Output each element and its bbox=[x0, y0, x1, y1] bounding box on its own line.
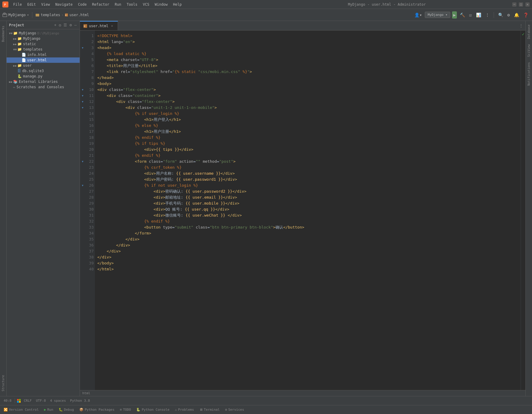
line-num-8: 8 bbox=[85, 75, 94, 81]
line-num-2: 2 bbox=[85, 39, 94, 45]
tree-item-manage-py[interactable]: 🐍 manage.py bbox=[7, 74, 80, 79]
bottom-tool-python-console[interactable]: 🐍 Python Console bbox=[134, 407, 172, 413]
profile-run-button[interactable]: 📊 bbox=[475, 11, 482, 19]
sidebar-expand-button[interactable]: ☰ bbox=[63, 22, 68, 28]
more-actions-button[interactable]: ⋮ bbox=[484, 11, 491, 19]
status-line-sep[interactable]: CRLF bbox=[23, 398, 33, 403]
bottom-tool-debug[interactable]: 🐛 Debug bbox=[56, 407, 76, 413]
bottom-tool-python-packages[interactable]: 📦 Python Packages bbox=[77, 407, 117, 413]
tree-item-ext-libs[interactable]: ▶ 📚 External Libraries bbox=[7, 79, 80, 84]
menu-code[interactable]: Code bbox=[76, 2, 89, 7]
gutter-fold-15 bbox=[81, 117, 85, 123]
py-file-icon-manage: 🐍 bbox=[17, 74, 22, 78]
tree-item-scratches[interactable]: ✏ Scratches and Consoles bbox=[7, 84, 80, 90]
line-num-7: 7 bbox=[85, 69, 94, 75]
tree-item-static[interactable]: ▶ 📁 static bbox=[7, 41, 80, 47]
tree-item-db-sqlite[interactable]: 🗄 db.sqlite3 bbox=[7, 68, 80, 74]
tree-label-mydjango-inner: MyDjango bbox=[23, 36, 40, 41]
file-tree: ▼ 📁 MyDjango D:\MyDjango ▶ 📁 MyDjango ▶ … bbox=[7, 29, 80, 396]
tree-item-info-html[interactable]: 📄 info.html bbox=[7, 52, 80, 57]
menu-vcs[interactable]: VCS bbox=[140, 2, 152, 7]
menu-run[interactable]: Run bbox=[112, 2, 124, 7]
menu-navigate[interactable]: Navigate bbox=[53, 2, 75, 7]
sciview-panel-button[interactable]: SciView bbox=[527, 42, 531, 59]
sidebar-minimize-button[interactable]: — bbox=[74, 22, 77, 28]
breadcrumb-userhtml[interactable]: user.html bbox=[69, 13, 89, 17]
toolbar-sep2 bbox=[494, 12, 494, 18]
gutter-fold-7 bbox=[81, 69, 85, 75]
breadcrumb-separator: › bbox=[61, 13, 63, 17]
status-cursor-pos[interactable]: 40:8 bbox=[2, 398, 13, 403]
notifications-button[interactable]: 🔔 bbox=[513, 11, 520, 19]
coverage-button[interactable]: ☑ bbox=[468, 11, 473, 19]
settings-button[interactable]: ⚙ bbox=[506, 11, 511, 19]
gutter-fold-37 bbox=[81, 248, 85, 254]
line-num-29: 29 bbox=[85, 200, 94, 206]
tab-close-user-html[interactable]: ✕ bbox=[110, 24, 114, 28]
tree-item-user-html[interactable]: 📄 user.html bbox=[7, 57, 80, 63]
tab-more-button[interactable]: ⋮ bbox=[517, 21, 525, 30]
line-num-27: 27 bbox=[85, 188, 94, 194]
python-packages-icon: 📦 bbox=[79, 408, 84, 412]
sidebar-locate-button[interactable]: ◎ bbox=[58, 22, 62, 28]
status-language[interactable]: Python 3.8 bbox=[69, 398, 91, 403]
tree-item-mydjango-inner[interactable]: ▶ 📁 MyDjango bbox=[7, 36, 80, 41]
menu-edit[interactable]: Edit bbox=[25, 2, 38, 7]
code-area[interactable]: <!DOCTYPE html> <html lang="en"> <head> … bbox=[95, 31, 521, 390]
project-dropdown-icon[interactable]: ▾ bbox=[27, 13, 29, 17]
bookmarks-panel-button[interactable]: Bookmarks bbox=[1, 23, 5, 44]
bottom-tool-services[interactable]: ⚙ Services bbox=[223, 407, 247, 413]
gutter-fold-11[interactable]: ▼ bbox=[81, 93, 85, 99]
status-encoding[interactable]: UTF-8 bbox=[35, 398, 47, 403]
menu-window[interactable]: Window bbox=[152, 2, 170, 7]
tree-item-templates[interactable]: ▼ 📁 templates bbox=[7, 47, 80, 52]
line-num-11: 11 bbox=[85, 93, 94, 99]
tree-arrow-user: ▶ bbox=[13, 64, 17, 67]
status-bar: 40:8 CRLF UTF-8 4 spaces Python 3.8 bbox=[0, 396, 532, 405]
maximize-button[interactable]: □ bbox=[519, 2, 523, 7]
line-num-17: 17 bbox=[85, 129, 94, 135]
project-selector-button[interactable]: MyDjango ▾ bbox=[425, 12, 450, 18]
menu-view[interactable]: View bbox=[39, 2, 52, 7]
code-line-24: <div>用户名称: {{ user.username }}</div> bbox=[97, 171, 521, 176]
build-button[interactable]: 🔨 bbox=[459, 11, 466, 19]
search-everywhere-button[interactable]: 🔍 bbox=[497, 11, 504, 19]
menu-tools[interactable]: Tools bbox=[124, 2, 140, 7]
database-panel-button[interactable]: Database bbox=[527, 22, 531, 41]
gutter-fold-22[interactable]: ▼ bbox=[81, 159, 85, 165]
bottom-tool-run[interactable]: ▶ Run bbox=[42, 407, 56, 413]
run-button[interactable]: ▶ bbox=[452, 11, 457, 19]
gutter-fold-12[interactable]: ▼ bbox=[81, 99, 85, 105]
breadcrumb-templates[interactable]: templates bbox=[41, 13, 60, 17]
bottom-tool-todo[interactable]: ≡ TODO bbox=[117, 407, 133, 413]
gutter-fold-13[interactable]: ▼ bbox=[81, 105, 85, 111]
tree-item-user-folder[interactable]: ▶ 📁 user bbox=[7, 63, 80, 68]
gutter-fold-10[interactable]: ▼ bbox=[81, 87, 85, 93]
tree-item-mydjango-root[interactable]: ▼ 📁 MyDjango D:\MyDjango bbox=[7, 31, 80, 36]
gutter-fold-3[interactable]: ▼ bbox=[81, 45, 85, 51]
version-control-label: Version Control bbox=[9, 408, 39, 412]
help-button[interactable]: ❓ bbox=[522, 11, 530, 19]
tree-label-user: user bbox=[23, 63, 32, 68]
menu-help[interactable]: Help bbox=[171, 2, 184, 7]
version-control-icon: 🔀 bbox=[4, 408, 8, 412]
tab-user-html[interactable]: H user.html ✕ bbox=[80, 21, 118, 30]
status-indent[interactable]: 4 spaces bbox=[49, 398, 67, 403]
tree-arrow-mydjango: ▼ bbox=[9, 32, 13, 35]
structure-panel-button[interactable]: Structure bbox=[1, 373, 5, 394]
sidebar-add-button[interactable]: + bbox=[54, 22, 57, 28]
profile-button[interactable]: 👤▾ bbox=[413, 11, 423, 19]
line-num-21: 21 bbox=[85, 153, 94, 159]
menu-refactor[interactable]: Refactor bbox=[90, 2, 112, 7]
menu-file[interactable]: File bbox=[11, 2, 24, 7]
code-line-13: <div class="unit-1-2 unit-1-on-mobile"> bbox=[97, 105, 521, 111]
sidebar-settings-button[interactable]: ⚙ bbox=[69, 22, 72, 28]
bottom-tool-problems[interactable]: ⚠ Problems bbox=[172, 407, 196, 413]
bottom-tool-terminal[interactable]: 🖥 Terminal bbox=[197, 407, 222, 413]
close-button[interactable]: ✕ bbox=[525, 2, 530, 7]
left-panel-strip: Bookmarks Structure bbox=[0, 21, 7, 396]
gutter-fold-26[interactable]: ▼ bbox=[81, 182, 85, 188]
notifications-panel-button[interactable]: Notifications bbox=[527, 60, 531, 88]
bottom-tool-version-control[interactable]: 🔀 Version Control bbox=[1, 407, 41, 413]
minimize-button[interactable]: ─ bbox=[512, 2, 516, 7]
